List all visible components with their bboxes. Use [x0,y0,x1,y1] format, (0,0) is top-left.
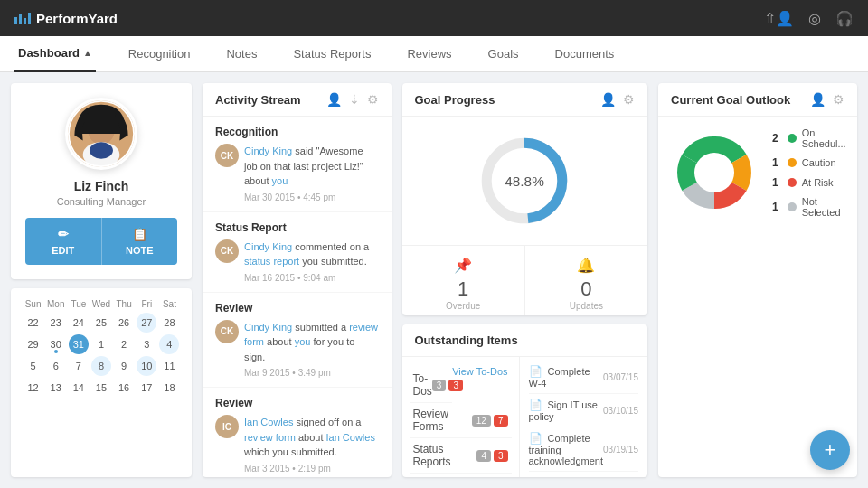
updates-label: Updates [570,301,603,311]
activity-item-recognition: Recognition CK Cindy King said "Awesome … [203,117,392,212]
settings-icon-2[interactable]: ⚙ [623,92,635,107]
cindy-king-link-2[interactable]: Cindy King [244,241,292,252]
activity-card: Activity Stream 👤 ⇣ ⚙ Recognition CK Cin… [203,83,392,477]
pie-chart-svg [669,127,760,218]
edit-button[interactable]: ✏ EDIT [25,218,102,265]
upload-person-icon[interactable]: ⇧👤 [764,10,794,27]
todo-item-status-reports[interactable]: Status Reports 4 3 [410,438,512,474]
activity-text: Cindy King said "Awesome job on that las… [244,144,379,202]
avatar [65,98,137,170]
card-header-icons: 👤 ⇣ ⚙ [326,92,379,107]
activity-item-review-2: Review IC Ian Cowles signed off on a rev… [203,388,392,477]
activity-type-review-1: Review [215,302,379,314]
goal-progress-title: Goal Progress [415,93,495,107]
activity-meta-1: Mar 30 2015 • 4:45 pm [244,192,379,202]
person-icon-3[interactable]: 👤 [810,92,826,107]
yellow-dot [788,158,797,167]
headset-icon[interactable]: 🎧 [835,10,854,27]
person-icon[interactable]: 👤 [600,92,616,107]
bell-icon: 🔔 [577,257,595,274]
status-report-link[interactable]: status report [244,256,299,267]
note-icon: 📋 [132,227,147,241]
updates-count: 0 [580,277,591,301]
left-panel: Liz Finch Consulting Manager ✏ EDIT 📋 NO… [11,83,192,477]
goal-progress-header: Goal Progress 👤 ⚙ [402,83,648,117]
todo-row-1: 📄Complete W-4 03/07/15 [529,361,639,394]
todos-detail: 📄Complete W-4 03/07/15 📄Sign IT use poli… [520,357,648,477]
avatar-ian-cowles: IC [215,415,239,438]
activity-item-review-1: Review CK Cindy King submitted a review … [203,293,392,389]
nav-dashboard[interactable]: Dashboard ▲ [14,36,96,72]
todos-column: View To-Dos To-Dos 3 3 Review Forms 12 7 [402,357,520,477]
nav-status-reports[interactable]: Status Reports [289,36,374,72]
chevron-down-icon: ▲ [83,48,92,58]
settings-icon[interactable]: ⚙ [367,92,379,107]
activity-body: Recognition CK Cindy King said "Awesome … [203,117,392,477]
activity-type-status: Status Report [215,221,379,234]
todo-item-review-forms[interactable]: Review Forms 12 7 [410,403,512,438]
activity-content-2: CK Cindy King commented on a status repo… [215,239,379,283]
doc-icon-3: 📄 [529,432,542,445]
avatar-image [68,98,135,170]
goal-header-icons: 👤 ⚙ [600,92,635,107]
globe-icon[interactable]: ◎ [808,10,821,27]
you-link-2[interactable]: you [295,336,311,347]
view-todos-link[interactable]: View To-Dos [452,366,507,377]
nav-recognition[interactable]: Recognition [125,36,194,72]
profile-title: Consulting Manager [57,196,146,207]
cindy-king-link-3[interactable]: Cindy King [244,322,292,333]
profile-card: Liz Finch Consulting Manager ✏ EDIT 📋 NO… [11,83,192,279]
edit-icon: ✏ [58,227,69,241]
pie-chart [669,127,760,218]
right-panel: Current Goal Outlook 👤 ⚙ [658,83,857,477]
top-navigation: PerformYard ⇧👤 ◎ 🎧 [0,0,868,36]
nav-goals[interactable]: Goals [485,36,523,72]
avatar-cindy-king-2: CK [215,239,239,263]
action-buttons: ✏ EDIT 📋 NOTE [25,218,177,265]
avatar-cindy-king-3: CK [215,320,239,343]
status-reports-badge: 4 3 [476,450,507,462]
todo-row-2: 📄Sign IT use policy 03/10/15 [529,394,639,427]
nav-reviews[interactable]: Reviews [403,36,455,72]
outlook-title: Current Goal Outlook [671,93,790,107]
stat-updates: 🔔 0 Updates [525,246,647,315]
fab-button[interactable]: + [810,430,850,470]
outlook-header-icons: 👤 ⚙ [810,92,844,107]
todo-item-todos[interactable]: To-Dos 3 3 [410,368,453,403]
activity-card-header: Activity Stream 👤 ⇣ ⚙ [203,83,392,117]
activity-type-recognition: Recognition [215,126,379,138]
calendar-week-1: 22 23 24 25 26 27 28 [22,313,181,333]
download-icon[interactable]: ⇣ [349,92,360,107]
legend-caution: 1 Caution [772,156,846,169]
ian-cowles-link-2[interactable]: Ian Cowles [326,432,375,443]
ian-cowles-link-1[interactable]: Ian Cowles [244,417,293,427]
todo-badge: 3 3 [432,380,463,391]
nav-notes[interactable]: Notes [222,36,260,72]
main-content: Liz Finch Consulting Manager ✏ EDIT 📋 NO… [0,72,868,488]
note-button[interactable]: 📋 NOTE [102,218,178,265]
activity-item-status-report: Status Report CK Cindy King commented on… [203,212,392,293]
cindy-king-link-1[interactable]: Cindy King [244,145,292,156]
nav-documents[interactable]: Documents [552,36,618,72]
person-add-icon[interactable]: 👤 [326,92,342,107]
activity-content-4: IC Ian Cowles signed off on a review for… [215,415,379,474]
you-link-1[interactable]: you [272,175,288,186]
svg-point-3 [90,142,113,159]
red-dot [788,178,797,187]
avatar-cindy-king-1: CK [215,144,239,167]
settings-icon-3[interactable]: ⚙ [833,92,844,107]
calendar-card: SunMonTueWedThuFriSat 22 23 24 25 26 27 … [11,288,192,477]
activity-content-3: CK Cindy King submitted a review form ab… [215,320,379,379]
activity-meta-4: Mar 3 2015 • 2:19 pm [244,464,379,474]
outstanding-header: Outstanding Items [402,324,648,357]
calendar-week-2: 29 30 31 1 2 3 4 [22,334,181,354]
review-form-link-2[interactable]: review form [244,432,296,443]
stats-row: 📌 1 Overdue 🔔 0 Updates [402,245,648,315]
review-forms-badge: 12 7 [472,415,508,427]
top-nav-icons: ⇧👤 ◎ 🎧 [764,10,854,27]
sub-navigation: Dashboard ▲ Recognition Notes Status Rep… [0,36,868,72]
outstanding-body: View To-Dos To-Dos 3 3 Review Forms 12 7 [402,357,648,477]
activity-type-review-2: Review [215,397,379,409]
app-logo: PerformYard [14,11,118,26]
calendar-week-3: 5 6 7 8 9 10 11 [22,356,181,376]
